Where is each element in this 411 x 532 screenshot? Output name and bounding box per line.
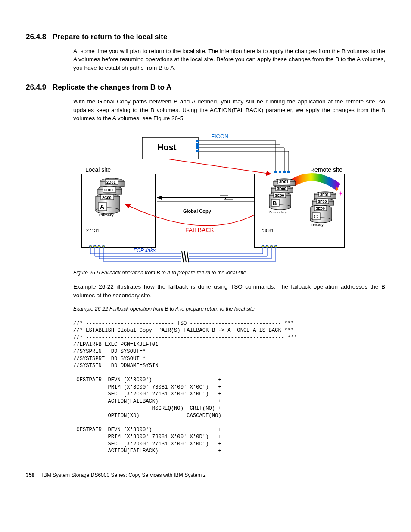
svg-point-85 [89,245,92,248]
svg-text:3C00: 3C00 [275,193,284,198]
section-heading-2648: 26.4.8 Prepare to return to the local si… [26,32,385,43]
local-site-label: Local site [85,166,111,173]
vol-2d01: 2D01 [100,178,124,187]
svg-rect-14 [279,171,281,173]
figure-26-5: Host FICON Local site 2D01 2D00 2C00 A P… [73,129,349,267]
svg-text:2D01: 2D01 [106,180,116,184]
ficon-label: FICON [211,133,228,140]
failback-label: FAILBACK [185,227,215,233]
svg-line-70 [168,159,271,174]
section-number: 26.4.8 [26,32,46,43]
global-copy-label: Global Copy [183,208,212,214]
vol-3d01: 3D01 [274,179,295,186]
page-footer: 358 IBM System Storage DS6000 Series: Co… [26,472,385,479]
svg-text:B: B [273,200,277,206]
book-title: IBM System Storage DS6000 Series: Copy S… [42,472,206,478]
section-title: Prepare to return to the local site [53,33,167,41]
remote-num: 73081 [261,228,274,233]
svg-rect-15 [283,171,286,173]
vol-3f00: 3F00 [312,199,334,205]
svg-text:✶: ✶ [338,190,343,197]
svg-rect-6 [196,146,199,149]
svg-rect-4 [196,143,199,146]
page-number: 358 [26,472,34,478]
local-num: 27131 [86,228,100,233]
svg-rect-8 [196,150,199,152]
remote-site-label: Remote site [310,166,342,173]
svg-text:Tertiary: Tertiary [311,223,324,227]
section-number: 26.4.9 [26,82,46,93]
svg-point-90 [266,245,268,248]
svg-text:3D00: 3D00 [277,187,286,191]
example-caption: Example 26-22 Failback operation from B … [73,305,385,315]
vol-3d00: 3D00 [271,186,293,193]
svg-text:Primary: Primary [99,213,114,217]
svg-text:Secondary: Secondary [269,210,287,214]
code-block: //* ---------------------------- TSO ---… [73,317,385,455]
svg-rect-13 [274,171,277,173]
svg-point-89 [262,245,264,248]
svg-point-86 [93,245,96,248]
vol-2d00: 2D00 [98,186,122,194]
svg-text:3F00: 3F00 [318,199,327,204]
svg-text:C: C [314,213,318,220]
svg-text:2D00: 2D00 [104,188,114,192]
svg-point-87 [98,245,100,248]
host-label: Host [157,143,177,152]
section1-para: At some time you will plan to return to … [26,47,385,72]
svg-text:3D01: 3D01 [279,180,289,184]
svg-point-92 [274,245,277,248]
svg-text:2C00: 2C00 [102,196,112,200]
section2-para: With the Global Copy paths between B and… [26,97,385,123]
section-heading-2649: 26.4.9 Replicate the changes from B to A [26,82,385,93]
svg-text:3F01: 3F01 [320,193,329,197]
svg-rect-2 [196,140,199,142]
para-after-figure: Example 26-22 illustrates how the failba… [26,283,385,299]
svg-text:3E00: 3E00 [316,206,325,211]
figure-caption: Figure 26-5 Failback operation from B to… [73,269,385,277]
svg-rect-16 [287,171,290,173]
svg-point-91 [270,245,273,248]
section-title: Replicate the changes from B to A [53,83,171,91]
svg-point-88 [102,245,105,248]
vol-3f01: 3F01 [314,192,336,199]
fcp-links-label: FCP links [134,247,156,253]
svg-text:A: A [100,203,104,210]
